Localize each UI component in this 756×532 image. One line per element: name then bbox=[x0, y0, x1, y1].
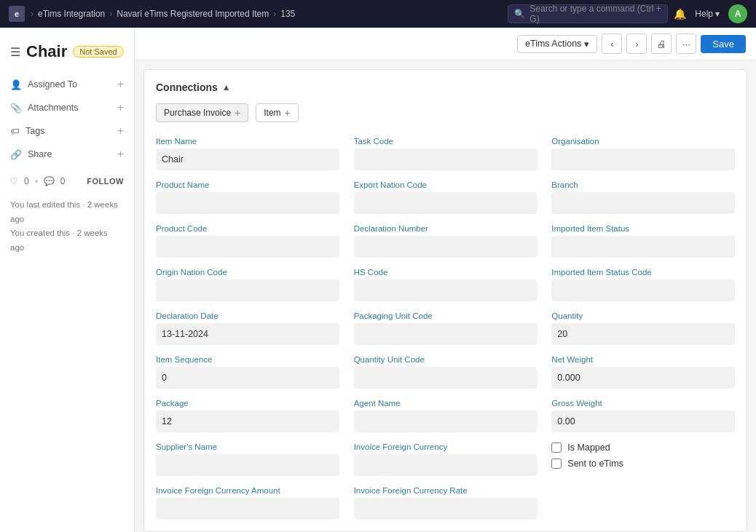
input-export-nation-code[interactable] bbox=[354, 192, 538, 214]
label-product-name: Product Name bbox=[156, 180, 339, 189]
attachments-icon: 📎 bbox=[10, 103, 22, 114]
sent-to-etims-checkbox[interactable] bbox=[551, 458, 562, 469]
dot-divider bbox=[35, 180, 38, 183]
sidebar-menu-icon[interactable]: ☰ bbox=[10, 45, 20, 59]
label-hs-code: HS Code bbox=[354, 268, 538, 277]
sidebar-item-attachments[interactable]: 📎 Attachments + bbox=[0, 96, 134, 119]
field-gross-weight: Gross Weight bbox=[551, 399, 735, 432]
input-branch[interactable] bbox=[551, 192, 735, 214]
next-nav-button[interactable]: › bbox=[626, 33, 647, 54]
field-suppliers-name: Supplier's Name bbox=[156, 442, 339, 476]
input-imported-item-status[interactable] bbox=[551, 236, 735, 258]
field-declaration-number: Declaration Number bbox=[354, 224, 538, 258]
topbar: e › eTims Integration › Navari eTims Reg… bbox=[0, 0, 756, 28]
label-gross-weight: Gross Weight bbox=[551, 399, 735, 408]
help-menu[interactable]: Help ▾ bbox=[695, 9, 720, 19]
page-title: Chair bbox=[26, 42, 67, 61]
field-branch: Branch bbox=[551, 180, 735, 214]
input-quantity-unit-code[interactable] bbox=[354, 367, 538, 389]
input-product-code[interactable] bbox=[156, 236, 339, 258]
input-gross-weight[interactable] bbox=[551, 410, 735, 432]
label-organisation: Organisation bbox=[551, 137, 735, 146]
field-product-code: Product Code bbox=[156, 224, 339, 258]
connections-toggle-icon[interactable]: ▲ bbox=[222, 82, 231, 92]
field-quantity: Quantity bbox=[551, 311, 735, 345]
avatar[interactable]: A bbox=[728, 4, 747, 23]
save-button[interactable]: Save bbox=[701, 35, 746, 53]
content-area: Connections ▲ Purchase Invoice + Item + bbox=[135, 60, 756, 532]
input-suppliers-name[interactable] bbox=[156, 454, 339, 476]
prev-nav-button[interactable]: ‹ bbox=[602, 33, 622, 54]
search-bar[interactable]: 🔍 Search or type a command (Ctrl + G) bbox=[508, 4, 668, 23]
more-options-button[interactable]: ··· bbox=[676, 33, 696, 54]
field-invoice-foreign-currency-rate: Invoice Foreign Currency Rate bbox=[354, 486, 538, 520]
field-imported-item-status: Imported Item Status bbox=[551, 224, 735, 258]
etims-actions-button[interactable]: eTims Actions ▾ bbox=[517, 35, 597, 53]
input-declaration-number[interactable] bbox=[354, 236, 538, 258]
input-hs-code[interactable] bbox=[354, 279, 538, 301]
add-purchase-invoice-icon[interactable]: + bbox=[235, 107, 240, 119]
label-quantity: Quantity bbox=[551, 311, 735, 320]
input-declaration-date[interactable] bbox=[156, 323, 339, 345]
label-task-code: Task Code bbox=[354, 137, 538, 146]
follow-button[interactable]: FOLLOW bbox=[87, 177, 124, 186]
input-package[interactable] bbox=[156, 410, 339, 432]
input-invoice-foreign-currency-amount[interactable] bbox=[156, 498, 339, 520]
print-button[interactable]: 🖨 bbox=[651, 33, 672, 54]
input-invoice-foreign-currency[interactable] bbox=[354, 454, 538, 476]
input-packaging-unit-code[interactable] bbox=[354, 323, 538, 345]
breadcrumb-arrow-3: › bbox=[273, 9, 276, 19]
chevron-down-icon: ▾ bbox=[715, 9, 720, 19]
like-icon[interactable]: ♡ bbox=[10, 176, 18, 186]
sidebar: ☰ Chair Not Saved 👤 Assigned To + 📎 Atta… bbox=[0, 28, 135, 532]
label-item-sequence: Item Sequence bbox=[156, 355, 339, 364]
input-net-weight[interactable] bbox=[551, 367, 735, 389]
label-invoice-foreign-currency-amount: Invoice Foreign Currency Amount bbox=[156, 486, 339, 495]
input-task-code[interactable] bbox=[354, 148, 538, 170]
input-item-sequence[interactable] bbox=[156, 367, 339, 389]
input-agent-name[interactable] bbox=[354, 410, 538, 432]
sidebar-item-tags[interactable]: 🏷 Tags + bbox=[0, 119, 134, 143]
connections-header: Connections ▲ bbox=[156, 82, 735, 93]
sidebar-item-assigned-to[interactable]: 👤 Assigned To + bbox=[0, 73, 134, 96]
topbar-right: 🔔 Help ▾ A bbox=[674, 4, 747, 23]
input-imported-item-status-code[interactable] bbox=[551, 279, 735, 301]
label-imported-item-status: Imported Item Status bbox=[551, 224, 735, 233]
breadcrumb-navari[interactable]: Navari eTims Registered Imported Item bbox=[117, 9, 269, 19]
field-export-nation-code: Export Nation Code bbox=[354, 180, 538, 214]
is-mapped-checkbox[interactable] bbox=[551, 442, 562, 453]
tab-purchase-invoice-label: Purchase Invoice bbox=[164, 108, 231, 118]
add-attachments-icon[interactable]: + bbox=[117, 101, 124, 114]
input-origin-nation-code[interactable] bbox=[156, 279, 339, 301]
input-item-name[interactable] bbox=[156, 148, 339, 170]
add-assigned-to-icon[interactable]: + bbox=[117, 78, 124, 91]
field-package: Package bbox=[156, 399, 339, 432]
comment-icon[interactable]: 💬 bbox=[44, 176, 55, 186]
input-organisation[interactable] bbox=[551, 148, 735, 170]
field-declaration-date: Declaration Date bbox=[156, 311, 339, 345]
label-origin-nation-code: Origin Nation Code bbox=[156, 268, 339, 277]
tab-item-label: Item bbox=[264, 108, 280, 118]
breadcrumb-id[interactable]: 135 bbox=[280, 9, 295, 19]
label-branch: Branch bbox=[551, 180, 735, 189]
label-item-name: Item Name bbox=[156, 137, 339, 146]
input-invoice-foreign-currency-rate[interactable] bbox=[354, 498, 538, 520]
notification-bell-icon[interactable]: 🔔 bbox=[674, 8, 686, 20]
label-invoice-foreign-currency: Invoice Foreign Currency bbox=[354, 442, 538, 451]
sidebar-item-share[interactable]: 🔗 Share + bbox=[0, 143, 134, 166]
input-quantity[interactable] bbox=[551, 323, 735, 345]
breadcrumb-etims[interactable]: eTims Integration bbox=[38, 9, 105, 19]
toolbar: eTims Actions ▾ ‹ › 🖨 ··· Save bbox=[135, 28, 756, 60]
sidebar-history: You last edited this · 2 weeks ago You c… bbox=[0, 191, 134, 262]
input-product-name[interactable] bbox=[156, 192, 339, 214]
tab-item[interactable]: Item + bbox=[256, 103, 299, 122]
label-declaration-number: Declaration Number bbox=[354, 224, 538, 233]
add-share-icon[interactable]: + bbox=[117, 148, 124, 161]
etims-actions-chevron-icon: ▾ bbox=[584, 39, 589, 49]
tab-purchase-invoice[interactable]: Purchase Invoice + bbox=[156, 103, 248, 122]
add-item-icon[interactable]: + bbox=[285, 107, 291, 119]
main-layout: ☰ Chair Not Saved 👤 Assigned To + 📎 Atta… bbox=[0, 28, 756, 532]
add-tags-icon[interactable]: + bbox=[117, 124, 124, 138]
checkbox-is-mapped: Is Mapped bbox=[551, 442, 735, 453]
label-export-nation-code: Export Nation Code bbox=[354, 180, 538, 189]
